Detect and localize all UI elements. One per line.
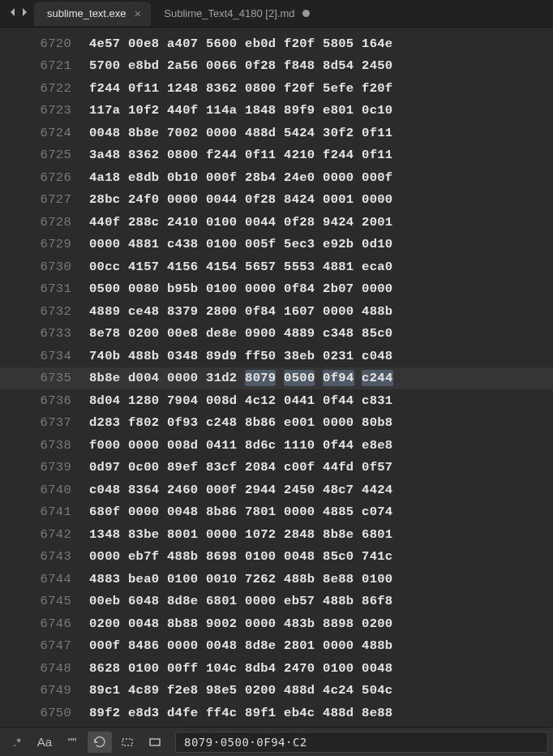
line-number: 6742 (0, 527, 89, 542)
case-sensitive-toggle[interactable]: Aa (32, 732, 57, 753)
editor-line[interactable]: 67421348 83be 8001 0000 1072 2848 8b8e 6… (0, 523, 553, 546)
hex-content: d283 f802 0f93 c248 8b86 e001 0000 80b8 (89, 415, 392, 430)
line-number: 6738 (0, 438, 89, 453)
line-number: 6730 (0, 260, 89, 274)
hex-content: 00eb 6048 8d8e 6801 0000 eb57 488b 86f8 (89, 594, 392, 608)
dirty-indicator-icon (302, 10, 310, 17)
hex-content: 00cc 4157 4156 4154 5657 5553 4881 eca0 (89, 260, 392, 274)
hex-content: 440f 288c 2410 0100 0044 0f28 9424 2001 (89, 215, 392, 230)
hex-content: c048 8364 2460 000f 2944 2450 48c7 4424 (89, 483, 392, 497)
editor-line[interactable]: 6740c048 8364 2460 000f 2944 2450 48c7 4… (0, 479, 553, 501)
hex-content: 89c1 4c89 f2e8 98e5 0200 488d 4c24 504c (89, 683, 392, 698)
line-number: 6729 (0, 237, 89, 251)
editor-line[interactable]: 674989c1 4c89 f2e8 98e5 0200 488d 4c24 5… (0, 680, 553, 702)
editor-line[interactable]: 67215700 e8bd 2a56 0066 0f28 f848 8d54 2… (0, 55, 553, 78)
history-nav (3, 7, 34, 19)
in-selection-toggle[interactable] (115, 732, 139, 753)
find-bar: .* Aa "" (0, 727, 553, 756)
editor-line[interactable]: 673000cc 4157 4156 4154 5657 5553 4881 e… (0, 256, 553, 278)
editor-line[interactable]: 672728bc 24f0 0000 0044 0f28 8424 0001 0… (0, 189, 553, 212)
editor-line[interactable]: 67358b8e d004 0000 31d2 8079 0500 0f94 c… (0, 367, 553, 390)
editor-line[interactable]: 6734740b 488b 0348 89d9 ff50 38eb 0231 c… (0, 345, 553, 367)
tab-label: sublime_text.exe (47, 7, 126, 19)
editor-line[interactable]: 67368d04 1280 7904 008d 4c12 0441 0f44 c… (0, 389, 553, 412)
forward-button[interactable] (19, 7, 29, 19)
line-number: 6741 (0, 505, 89, 519)
editor-line[interactable]: 6722f244 0f11 1248 8362 0800 f20f 5efe f… (0, 77, 553, 100)
hex-content: 1348 83be 8001 0000 1072 2848 8b8e 6801 (89, 527, 392, 542)
highlight-icon (148, 736, 161, 749)
line-number: 6749 (0, 683, 89, 698)
editor-line[interactable]: 67253a48 8362 0800 f244 0f11 4210 f244 0… (0, 144, 553, 167)
line-number: 6750 (0, 706, 89, 720)
hex-content: 000f 8486 0000 0048 8d8e 2801 0000 488b (89, 638, 392, 653)
line-number: 6740 (0, 483, 89, 497)
selection-icon (121, 736, 134, 749)
hex-content: 8b8e d004 0000 31d2 8079 0500 0f94 c244 (89, 371, 393, 385)
line-number: 6731 (0, 281, 89, 296)
line-number: 6723 (0, 103, 89, 118)
close-tab-button[interactable]: × (135, 7, 142, 19)
editor-line[interactable]: 67240048 8b8e 7002 0000 488d 5424 30f2 0… (0, 122, 553, 144)
whole-word-toggle[interactable]: "" (60, 732, 84, 753)
line-number: 6735 (0, 371, 89, 385)
line-number: 6725 (0, 148, 89, 162)
hex-content: 8e78 0200 00e8 de8e 0900 4889 c348 85c0 (89, 326, 392, 341)
hex-content: 0000 eb7f 488b 8698 0100 0048 85c0 741c (89, 549, 392, 564)
editor-line[interactable]: 67264a18 e8db 0b10 000f 28b4 24e0 0000 0… (0, 166, 553, 189)
tab[interactable]: Sublime_Text4_4180 [2].md (151, 2, 319, 26)
line-number: 6736 (0, 393, 89, 408)
tab-label: Sublime_Text4_4180 [2].md (164, 7, 294, 19)
editor-line[interactable]: 67390d97 0c00 89ef 83cf 2084 c00f 44fd 0… (0, 457, 553, 479)
editor-viewport[interactable]: 67204e57 00e8 a407 5600 eb0d f20f 5805 1… (0, 28, 553, 727)
editor-line[interactable]: 67204e57 00e8 a407 5600 eb0d f20f 5805 1… (0, 32, 553, 55)
line-number: 6743 (0, 549, 89, 564)
line-number: 6737 (0, 415, 89, 430)
line-number: 6748 (0, 661, 89, 676)
hex-content: f000 0000 008d 0411 8d6c 1110 0f44 e8e8 (89, 438, 392, 453)
line-number: 6726 (0, 170, 89, 185)
hex-content: 0200 0048 8b88 9002 0000 483b 8898 0200 (89, 616, 392, 631)
hex-content: 8d04 1280 7904 008d 4c12 0441 0f44 c831 (89, 393, 392, 408)
editor-line[interactable]: 67324889 ce48 8379 2800 0f84 1607 0000 4… (0, 300, 553, 323)
editor-line[interactable]: 67460200 0048 8b88 9002 0000 483b 8898 0… (0, 612, 553, 635)
line-number: 6734 (0, 349, 89, 363)
editor-line[interactable]: 67488628 0100 00ff 104c 8db4 2470 0100 0… (0, 657, 553, 680)
hex-content: 4883 bea0 0100 0010 7262 488b 8e88 0100 (89, 572, 392, 586)
editor-line[interactable]: 67290000 4881 c438 0100 005f 5ec3 e92b 0… (0, 234, 553, 256)
wrap-icon (93, 736, 106, 749)
hex-content: f244 0f11 1248 8362 0800 f20f 5efe f20f (89, 81, 392, 96)
editor-line[interactable]: 67430000 eb7f 488b 8698 0100 0048 85c0 7… (0, 546, 553, 569)
editor-line[interactable]: 6728440f 288c 2410 0100 0044 0f28 9424 2… (0, 211, 553, 234)
editor-line[interactable]: 67338e78 0200 00e8 de8e 0900 4889 c348 8… (0, 323, 553, 346)
hex-content: 680f 0000 0048 8b86 7801 0000 4885 c074 (89, 505, 392, 519)
editor-line[interactable]: 6741680f 0000 0048 8b86 7801 0000 4885 c… (0, 501, 553, 524)
selection: 0f94 (323, 370, 354, 386)
editor-line[interactable]: 67444883 bea0 0100 0010 7262 488b 8e88 0… (0, 568, 553, 591)
tab[interactable]: sublime_text.exe× (34, 2, 151, 26)
editor-line[interactable]: 6737d283 f802 0f93 c248 8b86 e001 0000 8… (0, 412, 553, 435)
editor-line[interactable]: 67310500 0080 b95b 0100 0000 0f84 2b07 0… (0, 278, 553, 301)
hex-content: 740b 488b 0348 89d9 ff50 38eb 0231 c048 (89, 349, 392, 363)
hex-content: 0d97 0c00 89ef 83cf 2084 c00f 44fd 0f57 (89, 460, 392, 475)
editor-line[interactable]: 6723117a 10f2 440f 114a 1848 89f9 e801 0… (0, 100, 553, 122)
wrap-toggle[interactable] (88, 732, 112, 753)
hex-content: 89f2 e8d3 d4fe ff4c 89f1 eb4c 488d 8e88 (89, 706, 392, 720)
hex-content: 5700 e8bd 2a56 0066 0f28 f848 8d54 2450 (89, 58, 392, 73)
regex-toggle[interactable]: .* (5, 732, 29, 753)
line-number: 6732 (0, 304, 89, 319)
line-number: 6747 (0, 638, 89, 653)
line-number: 6745 (0, 594, 89, 608)
back-button[interactable] (8, 7, 18, 19)
editor-line[interactable]: 674500eb 6048 8d8e 6801 0000 eb57 488b 8… (0, 591, 553, 613)
find-input[interactable] (175, 732, 548, 753)
editor-line[interactable]: 6747000f 8486 0000 0048 8d8e 2801 0000 4… (0, 635, 553, 658)
line-number: 6721 (0, 58, 89, 73)
highlight-matches-toggle[interactable] (143, 732, 167, 753)
line-number: 6720 (0, 37, 89, 51)
line-number: 6724 (0, 126, 89, 140)
svg-rect-0 (122, 739, 132, 745)
hex-content: 4a18 e8db 0b10 000f 28b4 24e0 0000 000f (89, 170, 392, 185)
editor-line[interactable]: 6738f000 0000 008d 0411 8d6c 1110 0f44 e… (0, 434, 553, 457)
editor-line[interactable]: 675089f2 e8d3 d4fe ff4c 89f1 eb4c 488d 8… (0, 702, 553, 724)
